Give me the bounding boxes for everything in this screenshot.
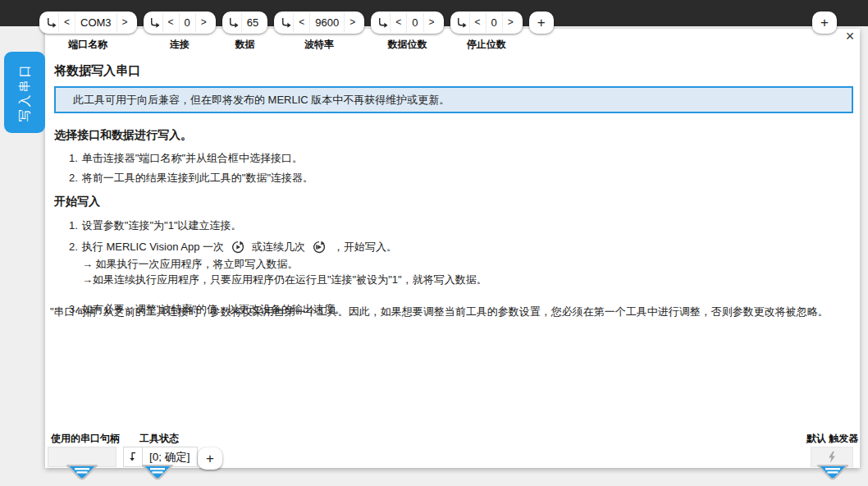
next-option-button[interactable]: > (344, 12, 360, 33)
tab-write-serial-port[interactable]: 写入串口 (4, 52, 45, 133)
next-option-button[interactable]: > (502, 12, 519, 33)
connector-connect: < 0 > 连接 (144, 11, 216, 52)
output-down-arrow-icon (127, 451, 139, 463)
connector-baud-rate-pill[interactable]: < 9600 > (274, 11, 364, 34)
connector-label: 数据 (235, 38, 255, 52)
connector-stop-bits: < 0 > 停止位数 (450, 11, 523, 52)
close-button[interactable]: × (842, 28, 858, 44)
deprecation-warning-box: 此工具可用于向后兼容，但在即将发布的 MERLIC 版本中不再获得维护或更新。 (54, 86, 853, 113)
baud-rate-value[interactable]: 9600 (309, 12, 344, 33)
connector-label: 波特率 (304, 38, 334, 52)
page-title: 将数据写入串口 (54, 63, 140, 79)
connector-port-name-pill[interactable]: < COM3 > (39, 11, 137, 34)
step2-sublines: → 如果执行一次应用程序，将立即写入数据。 →如果连续执行应用程序，只要应用程序… (69, 256, 820, 287)
connector-arrow-icon (455, 16, 469, 30)
section-select-heading: 选择接口和数据进行写入。 (54, 128, 192, 143)
connector-data: 65 数据 (222, 11, 267, 52)
run-continuous-icon (313, 241, 326, 254)
prev-option-button[interactable]: < (58, 12, 75, 33)
connector-data-bits-pill[interactable]: < 0 > (371, 11, 443, 34)
list-text: 设置参数"连接"为"1"以建立连接。 (82, 218, 242, 232)
prev-option-button[interactable]: < (469, 12, 486, 33)
next-option-button[interactable]: > (116, 12, 133, 33)
list-item: 2. 将前一工具的结果连接到此工具的"数据"连接器。 (69, 172, 313, 185)
tool-status-label: 工具状态 (139, 432, 179, 446)
connector-baud-rate: < 9600 > 波特率 (274, 11, 364, 52)
connector-label: 停止位数 (467, 38, 506, 52)
add-connector-button[interactable]: + (529, 11, 554, 34)
lightning-bolt-icon (826, 451, 838, 464)
data-value[interactable]: 65 (241, 12, 263, 33)
list-number: 1. (69, 218, 78, 232)
port-name-value[interactable]: COM3 (75, 12, 116, 33)
section-select-list: 1. 单击连接器"端口名称"并从组合框中选择接口。 2. 将前一工具的结果连接到… (69, 152, 313, 191)
subline-text: →如果连续执行应用程序，只要应用程序仍在运行且"连接"被设为"1"，就将写入数据… (82, 272, 820, 287)
connector-data-bits: < 0 > 数据位数 (371, 11, 443, 52)
next-option-button[interactable]: > (423, 12, 440, 33)
parameter-note-text: "串口句柄" 从之前的工具连接时，参数将仅采用自第一个工具。因此，如果想要调整当… (50, 305, 854, 319)
section-start-heading: 开始写入 (54, 195, 100, 209)
list-text: ，开始写入。 (333, 240, 397, 254)
connector-arrow-icon (278, 16, 293, 30)
connector-toolbar: < COM3 > 端口名称 < 0 > 连接 65 (39, 11, 554, 52)
next-option-button[interactable]: > (195, 12, 212, 33)
connector-arrow-icon (375, 16, 390, 30)
connector-anchor-icon[interactable] (141, 464, 174, 481)
connect-value[interactable]: 0 (179, 12, 195, 33)
prev-option-button[interactable]: < (390, 12, 406, 33)
list-number: 1. (69, 152, 78, 165)
list-text: 将前一工具的结果连接到此工具的"数据"连接器。 (82, 172, 313, 185)
list-item: 1. 单击连接器"端口名称"并从组合框中选择接口。 (69, 152, 313, 165)
connector-stop-bits-pill[interactable]: < 0 > (450, 11, 523, 34)
add-output-connector-button[interactable]: + (812, 11, 837, 34)
connector-label: 数据位数 (387, 38, 427, 52)
tab-write-serial-port-label: 写入串口 (17, 63, 33, 122)
connector-anchor-icon[interactable] (66, 464, 98, 481)
connector-arrow-icon (226, 16, 241, 30)
status-output-cell[interactable] (123, 447, 143, 467)
app-window: 写入串口 < COM3 > 端口名称 < 0 > 连接 (0, 0, 868, 486)
add-status-connector-button[interactable]: + (198, 447, 222, 470)
connector-arrow-icon (43, 16, 58, 30)
deprecation-warning-text: 此工具可用于向后兼容，但在即将发布的 MERLIC 版本中不再获得维护或更新。 (73, 93, 450, 108)
prev-option-button[interactable]: < (162, 12, 179, 33)
connector-label: 端口名称 (68, 38, 107, 52)
list-text: 单击连接器"端口名称"并从组合框中选择接口。 (82, 152, 303, 165)
prev-option-button[interactable]: < (293, 12, 309, 33)
list-item: 1. 设置参数"连接"为"1"以建立连接。 (69, 218, 820, 232)
list-number: 2. (69, 172, 78, 185)
connector-arrow-icon (148, 16, 162, 30)
stop-bits-value[interactable]: 0 (486, 12, 502, 33)
run-once-icon (231, 241, 244, 254)
list-text: 执行 MERLIC Vision App 一次 (82, 240, 224, 254)
subline-text: → 如果执行一次应用程序，将立即写入数据。 (82, 256, 820, 272)
connector-port-name: < COM3 > 端口名称 (39, 11, 137, 52)
connector-label: 连接 (170, 38, 190, 52)
connector-anchor-icon[interactable] (816, 464, 849, 481)
list-number: 2. (69, 240, 78, 254)
list-item: 2. 执行 MERLIC Vision App 一次 或连续几次 ，开始写入。 … (69, 240, 820, 295)
connector-connect-pill[interactable]: < 0 > (144, 11, 216, 34)
list-text: 或连续几次 (252, 240, 305, 254)
connector-data-pill[interactable]: 65 (222, 11, 267, 34)
data-bits-value[interactable]: 0 (406, 12, 423, 33)
serial-handle-label: 使用的串口句柄 (51, 432, 120, 446)
default-trigger-label: 默认 触发器 (806, 432, 858, 446)
